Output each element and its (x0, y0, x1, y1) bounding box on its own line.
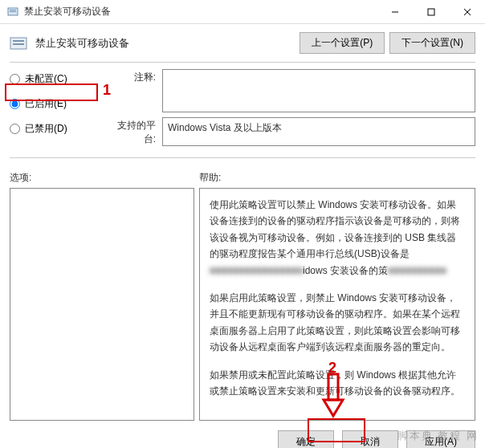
radio-not-configured[interactable]: 未配置(C) (10, 72, 114, 86)
comment-row: 注释: (114, 69, 475, 112)
title-bar: 禁止安装可移动设备 (0, 0, 485, 24)
radio-enabled[interactable]: 已启用(E) (10, 97, 114, 111)
section-labels: 选项: 帮助: (0, 165, 485, 188)
close-button[interactable] (449, 0, 485, 23)
maximize-button[interactable] (413, 0, 449, 23)
radio-enabled-input[interactable] (10, 99, 20, 109)
config-area: 未配置(C) 已启用(E) 已禁用(D) 注释: 支持的平台: Windows … (0, 69, 485, 156)
help-panel: 使用此策略设置可以禁止 Windows 安装可移动设备。如果设备连接到的设备的驱… (199, 188, 475, 421)
help-paragraph-1: 使用此策略设置可以禁止 Windows 安装可移动设备。如果设备连接到的设备的驱… (210, 197, 465, 279)
help-paragraph-3: 如果禁用或未配置此策略设置，则 Windows 根据其他允许或禁止策略设置来安装… (210, 367, 465, 400)
annotation-label-1: 1 (103, 82, 111, 99)
radio-not-configured-input[interactable] (10, 74, 20, 84)
help-label: 帮助: (199, 171, 475, 185)
radio-disabled[interactable]: 已禁用(D) (10, 122, 114, 136)
radio-disabled-label: 已禁用(D) (25, 122, 67, 136)
annotation-label-2: 2 (328, 360, 336, 377)
svg-rect-9 (13, 43, 24, 45)
svg-rect-2 (10, 11, 16, 12)
options-panel (10, 188, 194, 421)
comment-input[interactable] (162, 69, 475, 112)
minimize-button[interactable] (377, 0, 413, 23)
prev-setting-button[interactable]: 上一个设置(P) (300, 32, 385, 54)
divider (10, 62, 475, 63)
apply-button[interactable]: 应用(A) (406, 430, 475, 448)
platform-row: 支持的平台: Windows Vista 及以上版本 (114, 117, 475, 146)
comment-label: 注释: (114, 69, 162, 112)
policy-icon (10, 35, 29, 51)
cancel-button[interactable]: 取消 (342, 430, 398, 448)
platform-value: Windows Vista 及以上版本 (162, 117, 475, 146)
svg-rect-8 (13, 40, 24, 42)
svg-rect-4 (428, 9, 434, 15)
panels: 使用此策略设置可以禁止 Windows 安装可移动设备。如果设备连接到的设备的驱… (0, 188, 485, 426)
window-title: 禁止安装可移动设备 (24, 5, 377, 18)
ok-button[interactable]: 确定 (278, 430, 334, 448)
app-icon (6, 6, 19, 18)
radio-disabled-input[interactable] (10, 124, 20, 134)
footer: 确定 取消 应用(A) (0, 426, 485, 448)
radio-enabled-label: 已启用(E) (25, 97, 67, 111)
radio-group: 未配置(C) 已启用(E) 已禁用(D) (10, 69, 114, 151)
page-title: 禁止安装可移动设备 (35, 36, 295, 51)
header-row: 禁止安装可移动设备 上一个设置(P) 下一个设置(N) (0, 24, 485, 60)
fields-column: 注释: 支持的平台: Windows Vista 及以上版本 (114, 69, 475, 151)
platform-label: 支持的平台: (114, 117, 162, 146)
help-paragraph-2: 如果启用此策略设置，则禁止 Windows 安装可移动设备，并且不能更新现有可移… (210, 290, 465, 356)
radio-not-configured-label: 未配置(C) (25, 72, 67, 86)
divider-2 (10, 157, 475, 158)
window-buttons (377, 0, 485, 23)
options-label: 选项: (10, 171, 199, 185)
next-setting-button[interactable]: 下一个设置(N) (389, 32, 475, 54)
svg-rect-1 (10, 10, 16, 10)
